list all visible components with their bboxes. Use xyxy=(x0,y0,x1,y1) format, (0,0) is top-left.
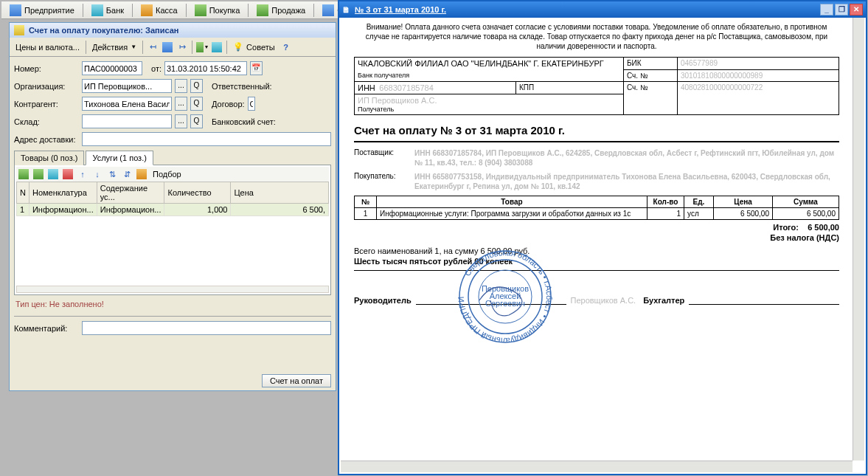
counterparty-open-button[interactable]: Q xyxy=(190,97,203,111)
separator xyxy=(248,4,249,17)
help-icon[interactable]: ? xyxy=(280,41,293,54)
col-qty[interactable]: Количество xyxy=(164,182,231,204)
nav-sale[interactable]: Продажа xyxy=(251,2,310,18)
cell-price[interactable]: 6 500, xyxy=(231,204,329,216)
invoice-button[interactable]: Счет на оплат xyxy=(262,374,331,387)
form-body: Номер: от: 📅 Организация: ... Q Ответств… xyxy=(10,57,336,335)
document-icon: 🗎 xyxy=(342,5,350,14)
services-toolbar: ↑ ↓ ⇅ ⇵ Подбор xyxy=(16,167,329,182)
divider xyxy=(14,316,331,317)
nav-enterprise[interactable]: Предприятие xyxy=(4,2,80,18)
col-nomen[interactable]: Номенклатура xyxy=(29,182,97,204)
col-content[interactable]: Содержание ус... xyxy=(97,182,164,204)
recipient-name: ИП Перовщиков А.С. xyxy=(358,96,437,105)
move-down-icon[interactable]: ↓ xyxy=(91,168,104,181)
structure-icon[interactable]: ▾ xyxy=(195,41,209,54)
cell-qty[interactable]: 1,000 xyxy=(164,204,231,216)
buyer-lbl: Покупатель: xyxy=(354,172,414,191)
director-lbl: Руководитель xyxy=(354,296,412,305)
notice-text: Внимание! Оплата данного счета означает … xyxy=(354,22,839,51)
print-titlebar[interactable]: 🗎 № 3 от 31 марта 2010 г. _ ❐ ✕ xyxy=(339,1,866,18)
warehouse-input[interactable] xyxy=(82,114,172,128)
org-select-button[interactable]: ... xyxy=(175,79,187,93)
minimize-button[interactable]: _ xyxy=(820,4,833,15)
add-row-icon[interactable] xyxy=(17,168,30,181)
divider xyxy=(354,141,839,142)
col-price[interactable]: Цена xyxy=(231,182,329,204)
accountant-sign-field xyxy=(689,293,839,305)
advice-button[interactable]: 💡Советы xyxy=(230,41,277,53)
separator xyxy=(83,4,83,17)
warehouse-open-button[interactable]: Q xyxy=(190,114,203,128)
accountant-lbl: Бухгалтер xyxy=(643,296,684,305)
date-input[interactable] xyxy=(164,61,247,75)
signature-line: Свердловская область • г.Асбест • Индиви… xyxy=(354,293,839,305)
counterparty-select-button[interactable]: ... xyxy=(175,97,187,111)
edit-row-icon[interactable] xyxy=(46,168,60,181)
org-open-button[interactable]: Q xyxy=(190,79,203,93)
separator xyxy=(132,4,133,17)
prices-button[interactable]: Цены и валюта... xyxy=(13,41,83,53)
fill-icon[interactable] xyxy=(135,168,148,181)
contract-input[interactable] xyxy=(248,97,255,111)
delete-row-icon[interactable] xyxy=(61,168,74,181)
nav-cash[interactable]: Касса xyxy=(136,2,183,18)
h-scrollbar[interactable] xyxy=(341,461,853,472)
address-input[interactable] xyxy=(82,132,331,146)
v-scrollbar[interactable] xyxy=(853,18,864,461)
cell-nomen[interactable]: Информацион... xyxy=(29,204,97,216)
post-doc-icon[interactable] xyxy=(161,41,174,54)
label-org: Организация: xyxy=(14,82,79,91)
select-button[interactable]: Подбор xyxy=(150,168,184,180)
services-table: N Номенклатура Содержание ус... Количест… xyxy=(16,182,329,216)
warehouse-select-button[interactable]: ... xyxy=(175,114,187,128)
post-left-icon[interactable]: ↤ xyxy=(146,41,159,54)
print-preview-window: 🗎 № 3 от 31 марта 2010 г. _ ❐ ✕ Внимание… xyxy=(338,0,867,475)
label-address: Адрес доставки: xyxy=(14,135,79,144)
actions-button[interactable]: Действия▼ xyxy=(89,41,139,53)
maximize-button[interactable]: ❐ xyxy=(835,4,848,15)
separator xyxy=(226,41,227,54)
tab-content: ↑ ↓ ⇅ ⇵ Подбор N Номенклатура Содержание… xyxy=(14,165,331,295)
sum-text: Всего наименований 1, на сумму 6 500,00 … xyxy=(354,246,839,255)
items-table: № Товар Кол-во Ед. Цена Сумма 1 Информац… xyxy=(354,196,839,220)
close-button[interactable]: ✕ xyxy=(850,4,863,15)
acct-lbl: Сч. № xyxy=(624,69,678,81)
print-icon[interactable] xyxy=(210,41,223,54)
cell-content[interactable]: Информацион... xyxy=(97,204,164,216)
acct-lbl2: Сч. № xyxy=(624,81,678,114)
move-up-icon[interactable]: ↑ xyxy=(76,168,89,181)
separator xyxy=(86,41,86,54)
col-qty: Кол-во xyxy=(647,196,684,207)
comment-input[interactable] xyxy=(82,321,331,335)
table-row[interactable]: 1 Информацион... Информацион... 1,000 6 … xyxy=(17,204,329,216)
number-input[interactable] xyxy=(82,61,142,75)
separator xyxy=(192,41,192,54)
bank-name: ЧКАЛОВСКИЙ ФИЛИАЛ ОАО "ЧЕЛИНДБАНК" Г. ЕК… xyxy=(358,59,604,68)
print-body: Внимание! Оплата данного счета означает … xyxy=(341,18,853,461)
h-scrollbar[interactable] xyxy=(16,286,329,293)
recipient-lbl: Получатель xyxy=(358,106,394,113)
bottom-bar: Счет на оплат xyxy=(262,374,331,387)
post-right-icon[interactable]: ↦ xyxy=(176,41,189,54)
bank-details-table: ЧКАЛОВСКИЙ ФИЛИАЛ ОАО "ЧЕЛИНДБАНК" Г. ЕК… xyxy=(354,57,839,115)
cell-n[interactable]: 1 xyxy=(17,204,29,216)
bik-value: 046577989 xyxy=(678,58,839,70)
sort-asc-icon[interactable]: ⇅ xyxy=(105,168,119,181)
document-icon xyxy=(14,25,24,35)
nav-bank[interactable]: Банк xyxy=(86,2,129,18)
org-input[interactable] xyxy=(82,79,172,93)
counterparty-input[interactable] xyxy=(82,97,172,111)
item-n: 1 xyxy=(355,207,377,219)
supplier-lbl: Поставщик: xyxy=(354,148,414,168)
sort-desc-icon[interactable]: ⇵ xyxy=(120,168,133,181)
tab-services[interactable]: Услуги (1 поз.) xyxy=(86,151,153,165)
tab-goods[interactable]: Товары (0 поз.) xyxy=(14,151,84,165)
sum-words: Шесть тысяч пятьсот рублей 00 копеек xyxy=(354,257,839,266)
nav-purchase[interactable]: Покупка xyxy=(190,2,246,18)
col-sum: Сумма xyxy=(773,196,839,207)
col-n[interactable]: N xyxy=(17,182,29,204)
add-copy-icon[interactable] xyxy=(32,168,45,181)
calendar-button[interactable]: 📅 xyxy=(250,61,263,75)
bik-lbl: БИК xyxy=(624,58,678,70)
